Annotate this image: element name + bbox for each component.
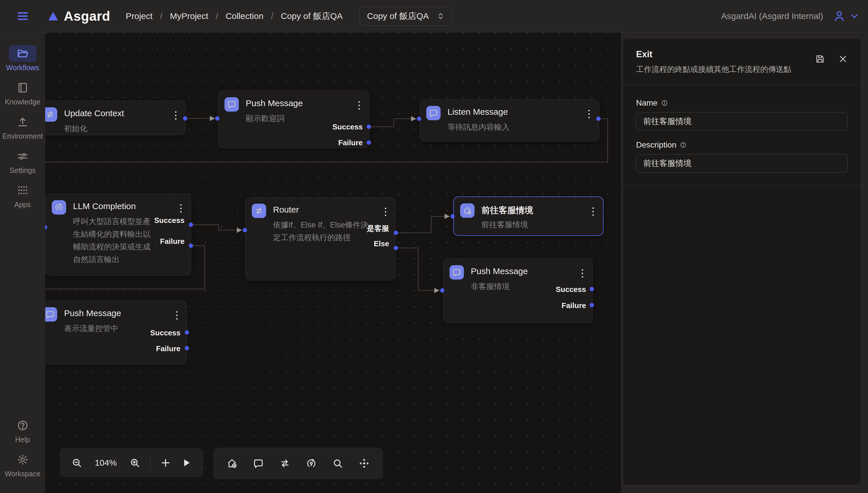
add-node-message-button[interactable] — [253, 458, 264, 469]
add-node-search-button[interactable] — [332, 458, 343, 469]
output-port-label: Failure — [156, 344, 181, 353]
kebab-menu-icon[interactable] — [580, 268, 584, 279]
description-input[interactable] — [636, 154, 848, 173]
node-title: Push Message — [64, 308, 121, 318]
node-icon-pill — [52, 200, 66, 215]
kebab-menu-icon[interactable] — [357, 100, 361, 111]
node-description: 非客服情境 — [471, 280, 509, 293]
kebab-menu-icon[interactable] — [587, 109, 591, 120]
description-field-label: Description — [636, 141, 676, 150]
breadcrumb-separator: / — [271, 11, 273, 21]
transfer-icon — [254, 206, 264, 215]
kebab-menu-icon[interactable] — [174, 110, 178, 121]
node-icon-pill — [45, 307, 57, 322]
move-icon — [359, 458, 370, 469]
node-title: Router — [273, 205, 299, 215]
sidebar-nav: Workflows Knowledge Environment Settings… — [0, 33, 45, 216]
breadcrumb-item[interactable]: Collection — [226, 11, 264, 21]
node-title: Push Message — [246, 99, 303, 108]
edge-arrowhead — [434, 288, 439, 293]
user-avatar-icon[interactable] — [833, 10, 846, 22]
workflow-node-push-message-non-service[interactable]: Push Message 非客服情境 SuccessFailure — [443, 259, 593, 323]
plus-icon — [160, 457, 171, 468]
add-node-transfer-button[interactable] — [279, 458, 290, 469]
workflow-edge — [396, 248, 439, 291]
workflow-node-llm-completion[interactable]: LLM Completion 呼叫大型語言模型並產生結構化的資料輸出以輔助流程的… — [45, 194, 191, 276]
message-icon — [45, 310, 54, 319]
llm-icon — [306, 458, 317, 469]
breadcrumb-item[interactable]: Project — [125, 11, 152, 21]
sidebar-item-workspace[interactable]: Workspace — [0, 451, 45, 478]
info-icon[interactable] — [661, 100, 668, 106]
account-area: AsgardAI (Asgard Internal) — [721, 10, 860, 22]
output-port-label: Success — [332, 122, 363, 131]
breadcrumb-item[interactable]: MyProject — [170, 11, 208, 21]
panel-header: Exit 工作流程的終點或接續其他工作流程的傳送點 — [623, 38, 861, 85]
book-icon — [17, 82, 29, 94]
zoom-in-icon — [129, 457, 140, 468]
account-name: AsgardAI (Asgard Internal) — [721, 11, 823, 21]
sidebar-item-settings[interactable]: Settings — [0, 148, 45, 175]
save-icon[interactable] — [815, 54, 825, 64]
node-config-panel: Exit 工作流程的終點或接續其他工作流程的傳送點 Name Descripti… — [622, 38, 861, 486]
sidebar-item-help[interactable]: Help — [0, 417, 45, 444]
workflow-edge — [191, 224, 242, 230]
exit-icon — [227, 458, 237, 469]
workflow-node-router[interactable]: Router 依據If、Else If、Else條件決定工作流程執行的路徑 是客… — [245, 197, 396, 280]
breadcrumb-item[interactable]: Copy of 飯店QA — [281, 10, 343, 22]
add-node-move-button[interactable] — [359, 458, 370, 469]
node-icon-pill — [450, 265, 464, 280]
workflow-node-push-message-welcome[interactable]: Push Message 顯示歡迎詞 SuccessFailure — [218, 91, 369, 148]
workflow-edge — [396, 216, 450, 233]
sidebar-item-apps[interactable]: Apps — [0, 182, 45, 209]
play-icon — [181, 457, 192, 468]
sidebar-item-knowledge[interactable]: Knowledge — [0, 79, 45, 106]
node-description: 初始化 — [64, 122, 87, 135]
output-port-label: Success — [555, 285, 586, 294]
edge-arrowhead — [444, 214, 450, 219]
workflow-node-push-message-throttle[interactable]: Push Message 表示流量控管中 SuccessFailure — [45, 301, 187, 364]
kebab-menu-icon[interactable] — [384, 207, 387, 217]
run-workflow-button[interactable] — [181, 457, 192, 468]
kebab-menu-icon[interactable] — [591, 206, 595, 217]
brand-title: Asgard — [64, 8, 110, 24]
account-chevron-down-icon[interactable] — [850, 11, 860, 21]
node-icon-pill — [460, 203, 475, 218]
hamburger-menu-icon[interactable] — [16, 9, 29, 23]
workflow-edge — [369, 119, 416, 127]
workflow-node-listen-message[interactable]: Listen Message 等待訊息內容輸入 — [420, 99, 599, 142]
panel-title: Exit — [636, 49, 791, 60]
edge-arrowhead — [237, 228, 242, 233]
sidebar-item-environment[interactable]: Environment — [0, 114, 45, 141]
workflow-node-exit-to-service[interactable]: 前往客服情境 前往客服情境 — [453, 196, 603, 236]
workflow-canvas[interactable]: Update Context 初始化 Push Message 顯示歡迎詞 Su… — [45, 33, 621, 493]
node-title: Listen Message — [448, 107, 508, 117]
node-description: 前往客服情境 — [481, 218, 528, 231]
message-icon — [429, 108, 438, 117]
workflow-node-update-context[interactable]: Update Context 初始化 — [45, 101, 186, 135]
zoom-in-button[interactable] — [129, 457, 140, 468]
add-button[interactable] — [160, 457, 171, 468]
workflow-selector-dropdown[interactable]: Copy of 飯店QA — [359, 7, 453, 26]
kebab-menu-icon[interactable] — [179, 203, 183, 214]
kebab-menu-icon[interactable] — [175, 310, 179, 321]
sidebar-item-label: Workflows — [6, 64, 39, 72]
close-icon[interactable] — [838, 54, 848, 64]
add-node-exit-button[interactable] — [227, 458, 237, 469]
add-node-llm-button[interactable] — [306, 458, 317, 469]
output-port-label: Success — [154, 216, 184, 225]
chevron-updown-icon — [436, 12, 445, 20]
node-icon-pill — [426, 106, 441, 120]
sidebar-item-workflows[interactable]: Workflows — [0, 45, 45, 72]
zoom-out-button[interactable] — [71, 457, 82, 468]
sidebar-item-label: Help — [15, 435, 30, 444]
name-field-label: Name — [636, 99, 658, 108]
zoom-out-icon — [71, 457, 82, 468]
node-description: 表示流量控管中 — [64, 322, 118, 335]
name-input[interactable] — [636, 112, 848, 131]
sidebar-item-label: Workspace — [5, 470, 41, 478]
info-icon[interactable] — [680, 142, 687, 148]
node-description: 顯示歡迎詞 — [246, 112, 284, 125]
workflow-selector-label: Copy of 飯店QA — [367, 10, 429, 22]
node-title: 前往客服情境 — [481, 205, 533, 216]
